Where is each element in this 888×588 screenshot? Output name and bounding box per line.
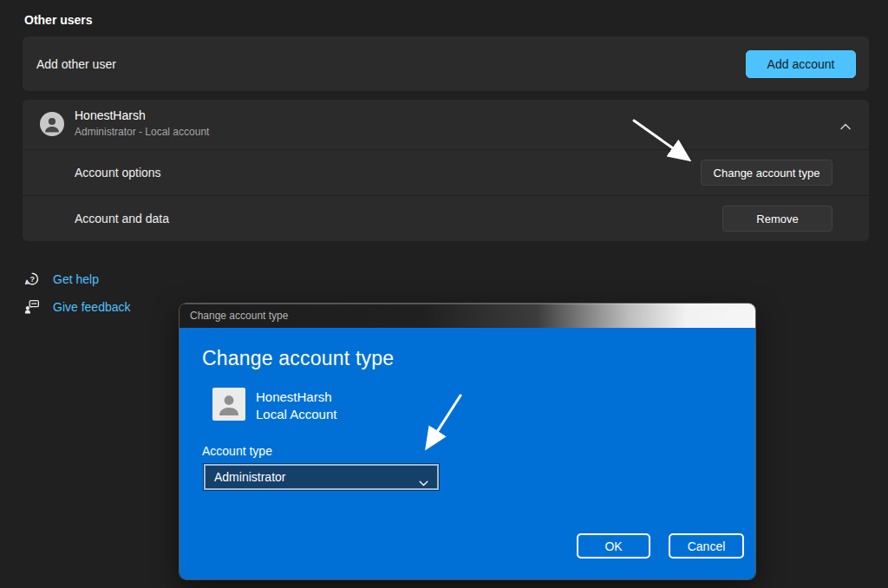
account-type-field-label: Account type	[202, 444, 272, 458]
give-feedback-link[interactable]: Give feedback	[24, 298, 131, 316]
change-account-type-button[interactable]: Change account type	[701, 160, 832, 186]
user-subtitle: Administrator - Local account	[75, 126, 209, 138]
dialog-body: Change account type HonestHarsh Local Ac…	[180, 328, 755, 579]
account-type-dropdown-value: Administrator	[214, 470, 285, 484]
dialog-heading: Change account type	[202, 347, 394, 370]
settings-other-users-page: Other users Add other user Add account H…	[0, 0, 888, 588]
account-type-dropdown[interactable]: Administrator	[204, 464, 439, 490]
cancel-button[interactable]: Cancel	[669, 533, 744, 559]
account-options-label: Account options	[75, 166, 161, 180]
user-account-card: HonestHarsh Administrator - Local accoun…	[23, 100, 869, 241]
dialog-account-name: HonestHarsh	[256, 389, 336, 404]
chevron-up-icon[interactable]	[839, 119, 852, 127]
add-other-user-label: Add other user	[36, 57, 116, 71]
page-title: Other users	[24, 13, 93, 27]
ok-button[interactable]: OK	[577, 533, 650, 559]
dialog-account-type: Local Account	[256, 407, 336, 421]
account-options-row: Account options Change account type	[23, 149, 869, 195]
feedback-icon	[24, 299, 40, 315]
dialog-avatar-icon	[212, 388, 245, 421]
remove-account-button[interactable]: Remove	[722, 206, 832, 232]
account-and-data-label: Account and data	[75, 212, 169, 225]
help-bubble-icon: ?	[24, 271, 40, 287]
change-account-type-dialog: Change account type Change account type …	[180, 304, 755, 579]
give-feedback-label: Give feedback	[53, 300, 131, 314]
user-avatar-icon	[40, 112, 64, 136]
user-card-header[interactable]: HonestHarsh Administrator - Local accoun…	[23, 100, 869, 149]
get-help-label: Get help	[53, 272, 99, 286]
add-account-button[interactable]: Add account	[746, 50, 856, 78]
add-other-user-row: Add other user Add account	[23, 36, 869, 91]
svg-text:?: ?	[30, 275, 36, 284]
dialog-account-summary: HonestHarsh Local Account	[212, 388, 336, 421]
chevron-down-icon	[419, 474, 428, 480]
dialog-titlebar[interactable]: Change account type	[180, 304, 755, 328]
get-help-link[interactable]: ? Get help	[24, 271, 99, 288]
user-name: HonestHarsh	[75, 108, 146, 122]
account-and-data-row: Account and data Remove	[23, 195, 869, 241]
